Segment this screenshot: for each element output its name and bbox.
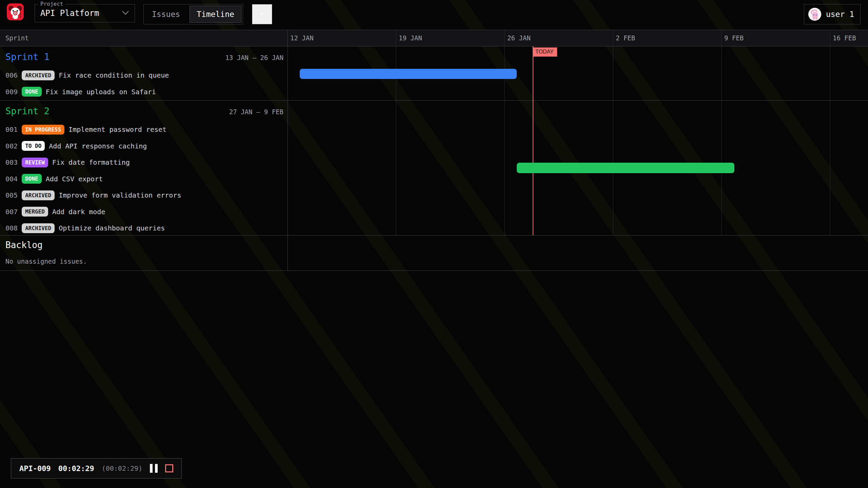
issue-row[interactable]: 009DONEFix image uploads on Safari [0,84,288,100]
add-button[interactable]: + [252,4,272,24]
grid-column-line [722,30,722,235]
issue-title: Optimize dashboard queries [59,224,165,232]
issue-title: Implement password reset [68,125,166,134]
status-badge: REVIEW [22,158,48,167]
tab-issues[interactable]: Issues [144,4,188,24]
project-selector-value: API Platform [40,8,99,18]
issue-row[interactable]: 005ARCHIVEDImprove form validation error… [0,187,288,204]
issue-row[interactable]: 001IN PROGRESSImplement password reset [0,121,288,138]
grid-column-line [613,30,613,235]
time-tracker-widget: API-009 00:02:29 (00:02:29) [11,458,182,479]
status-badge: DONE [22,174,42,184]
sprint-section-header: Sprint 113 JAN – 26 JAN [0,46,288,67]
issue-number: 005 [5,191,18,199]
sprint-title[interactable]: Sprint 1 [5,52,50,62]
schedule-bar[interactable] [300,69,517,79]
date-column-header: 2 FEB [613,30,635,46]
view-tab-group: IssuesTimeline [143,4,243,24]
status-badge: ARCHIVED [22,223,55,233]
status-badge: TO DO [22,141,45,151]
grid-column-line [830,30,830,235]
stop-icon [165,464,173,472]
sprint-title[interactable]: Sprint 2 [5,106,50,116]
sprint-section-header: Sprint 227 JAN – 9 FEB [0,100,288,121]
tab-timeline[interactable]: Timeline [190,6,241,23]
plus-icon: + [259,8,265,20]
issue-row[interactable]: 007MERGEDAdd dark mode [0,204,288,220]
sprint-section: Sprint 113 JAN – 26 JAN006ARCHIVEDFix ra… [0,46,288,100]
today-marker-line [533,46,533,235]
issue-row[interactable]: 008ARCHIVEDOptimize dashboard queries [0,220,288,237]
backlog-title: Backlog [0,235,288,250]
issue-title: Add API response caching [49,142,147,150]
project-selector[interactable]: Project API Platform [35,4,135,22]
sprint-date-range: 27 JAN – 9 FEB [229,108,283,116]
timer-total: (00:02:29) [102,464,142,472]
schedule-bar[interactable] [517,163,734,173]
pause-icon [150,464,158,473]
today-badge: TODAY [533,47,557,57]
status-badge: DONE [22,87,42,97]
date-column-header: 19 JAN [396,30,422,46]
app-logo-koala-icon[interactable] [7,3,24,20]
issue-title: Fix date formatting [52,158,130,166]
issue-title: Add CSV export [46,175,103,183]
issue-row[interactable]: 004DONEAdd CSV export [0,171,288,187]
issue-number: 004 [5,175,18,183]
grid-row-line [0,270,868,271]
issue-row[interactable]: 003REVIEWFix date formatting [0,154,288,171]
panel-divider-line [288,30,288,270]
issue-number: 003 [5,158,18,166]
date-column-header: 26 JAN [505,30,531,46]
backlog-section: BacklogNo unassigned issues. [0,235,288,270]
issue-title: Add dark mode [52,208,105,216]
issue-title: Fix race condition in queue [59,71,169,79]
sprint-section: Sprint 227 JAN – 9 FEB001IN PROGRESSImpl… [0,100,288,235]
status-badge: MERGED [22,207,48,217]
issue-title: Improve form validation errors [59,191,181,199]
grid-column-line [505,30,505,235]
top-bar: Project API Platform IssuesTimeline + [0,0,868,30]
issue-number: 009 [5,88,18,96]
project-selector-label: Project [38,1,65,7]
user-avatar [808,8,821,21]
date-column-header: 16 FEB [830,30,856,46]
status-badge: ARCHIVED [22,70,55,80]
issue-number: 006 [5,71,18,79]
issue-row[interactable]: 002TO DOAdd API response caching [0,138,288,155]
grid-row-line [0,30,868,30]
date-column-header: 9 FEB [722,30,744,46]
sprint-date-range: 13 JAN – 26 JAN [225,54,283,61]
user-name: user 1 [826,10,854,19]
chevron-down-icon [122,10,129,17]
issue-title: Fix image uploads on Safari [46,88,156,96]
status-badge: ARCHIVED [22,190,55,200]
user-menu[interactable]: user 1 [804,4,861,24]
issue-number: 001 [5,125,18,134]
issue-number: 007 [5,208,18,216]
issue-number: 002 [5,142,18,150]
date-column-header: 12 JAN [288,30,314,46]
status-badge: IN PROGRESS [22,125,64,135]
sprint-column-header: Sprint [5,30,29,46]
pause-button[interactable] [150,464,158,473]
issue-number: 008 [5,224,18,232]
timer-issue-id: API-009 [19,464,51,473]
issue-row[interactable]: 006ARCHIVEDFix race condition in queue [0,67,288,84]
timeline-board: Sprint 12 JAN19 JAN26 JAN2 FEB9 FEB16 FE… [0,30,868,270]
grid-column-line [396,30,396,235]
stop-button[interactable] [165,464,173,472]
backlog-empty-message: No unassigned issues. [0,250,288,265]
timer-elapsed: 00:02:29 [58,464,94,473]
